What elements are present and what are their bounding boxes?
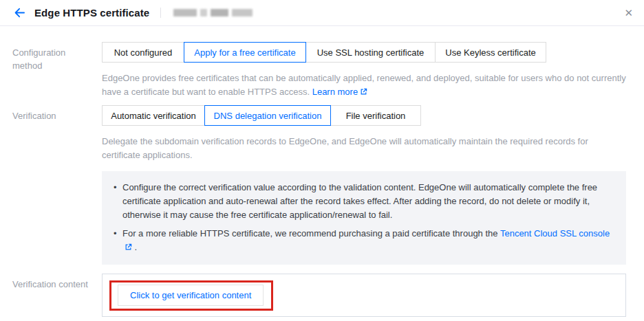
tab-file-verification[interactable]: File verification [330,105,421,126]
notice-item: For a more reliable HTTPS certificate, w… [113,227,612,255]
verification-content-panel: Click to get verification content [102,274,626,317]
dialog-body: Configuration method Not configured Appl… [0,26,644,317]
notice-item-text: Configure the correct verification value… [122,182,597,220]
tab-dns-delegation-verification[interactable]: DNS delegation verification [204,105,331,126]
notice-item-suffix: . [132,242,137,252]
configuration-method-description: EdgeOne provides free certificates that … [102,71,626,100]
tab-apply-free-certificate[interactable]: Apply for a free certificate [184,42,306,63]
back-arrow-icon[interactable] [12,6,26,20]
external-link-icon [125,241,132,255]
notice-list: Configure the correct verification value… [113,181,612,255]
configuration-method-tabs: Not configured Apply for a free certific… [102,42,546,63]
verification-row: Verification Automatic verification DNS … [0,105,644,162]
notice-box: Configure the correct verification value… [102,171,626,265]
back-arrow-glyph [14,7,25,19]
ssl-console-link-label: Tencent Cloud SSL console [500,228,610,239]
get-verification-content-button[interactable]: Click to get verification content [118,285,264,306]
learn-more-label: Learn more [312,87,358,97]
verification-label: Verification [12,105,102,162]
tab-use-keyless-certificate[interactable]: Use Keyless certificate [435,42,546,63]
verification-description: Delegate the subdomain verification reco… [102,135,626,162]
verification-content-label: Verification content [12,274,102,317]
verification-tabs: Automatic verification DNS delegation ve… [102,105,421,126]
configuration-method-row: Configuration method Not configured Appl… [0,42,644,100]
header-divider [160,8,161,18]
configuration-method-label: Configuration method [12,42,102,100]
verification-content-row: Verification content Click to get verifi… [0,274,644,317]
dialog-header: Edge HTTPS certificate ✕ [0,0,644,26]
close-icon[interactable]: ✕ [624,6,633,20]
notice-item: Configure the correct verification value… [113,181,612,222]
tab-automatic-verification[interactable]: Automatic verification [102,105,205,126]
redacted-site-name [173,9,253,16]
learn-more-link[interactable]: Learn more [312,87,367,97]
tab-not-configured[interactable]: Not configured [102,42,184,63]
tab-use-ssl-hosting-certificate[interactable]: Use SSL hosting certificate [305,42,436,63]
page-title: Edge HTTPS certificate [34,7,149,19]
external-link-icon [360,86,367,100]
notice-item-text: For a more reliable HTTPS certificate, w… [122,228,498,239]
